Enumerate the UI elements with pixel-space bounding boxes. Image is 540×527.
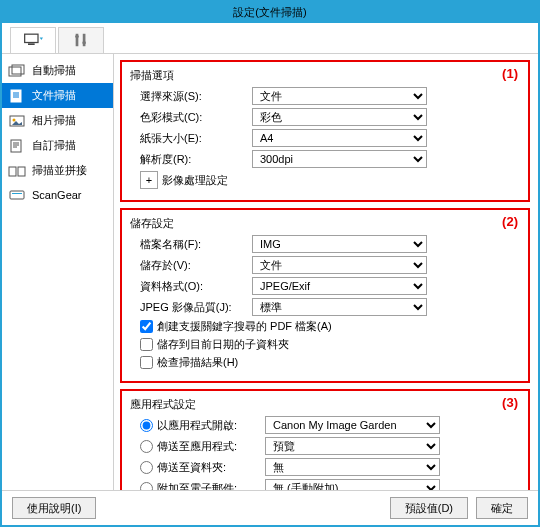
photo-icon <box>8 114 26 128</box>
svg-rect-6 <box>9 67 21 76</box>
radio-send-app[interactable] <box>140 440 153 453</box>
select-source[interactable]: 文件 <box>252 87 427 105</box>
label-saveto: 儲存於(V): <box>130 258 252 273</box>
section-number: (3) <box>502 395 518 410</box>
sidebar-item-photo[interactable]: 相片掃描 <box>2 108 113 133</box>
sidebar-label: 自動掃描 <box>32 63 76 78</box>
checkbox-review[interactable] <box>140 356 153 369</box>
top-tabs <box>2 23 538 54</box>
radio-email[interactable] <box>140 482 153 491</box>
label-color: 色彩模式(C): <box>130 110 252 125</box>
select-saveto[interactable]: 文件 <box>252 256 427 274</box>
label-resolution: 解析度(R): <box>130 152 252 167</box>
svg-rect-8 <box>11 90 21 102</box>
select-filename[interactable]: IMG <box>252 235 427 253</box>
select-format[interactable]: JPEG/Exif <box>252 277 427 295</box>
sidebar-label: ScanGear <box>32 189 82 201</box>
label-send-app: 傳送至應用程式: <box>157 439 265 454</box>
window-title: 設定(文件掃描) <box>2 2 538 23</box>
svg-point-13 <box>13 118 16 121</box>
svg-rect-7 <box>12 65 24 74</box>
label-imgproc: 影像處理設定 <box>162 173 228 188</box>
sidebar-label: 文件掃描 <box>32 88 76 103</box>
section-number: (1) <box>502 66 518 81</box>
tab-scan-to-pc[interactable] <box>10 27 56 53</box>
label-open-app: 以應用程式開啟: <box>157 418 265 433</box>
select-send-folder[interactable]: 無 <box>265 458 440 476</box>
sidebar-label: 自訂掃描 <box>32 138 76 153</box>
checkbox-subfolder[interactable] <box>140 338 153 351</box>
section-header: 儲存設定 <box>130 216 520 231</box>
tools-icon <box>71 32 91 50</box>
sidebar-label: 掃描並拼接 <box>32 163 87 178</box>
section-number: (2) <box>502 214 518 229</box>
help-button[interactable]: 使用說明(I) <box>12 497 96 519</box>
svg-rect-17 <box>10 191 24 199</box>
section-scan-options: (1) 掃描選項 選擇來源(S):文件 色彩模式(C):彩色 紙張大小(E):A… <box>120 60 530 202</box>
svg-rect-18 <box>12 193 22 194</box>
svg-point-4 <box>75 34 79 38</box>
defaults-button[interactable]: 預設值(D) <box>390 497 468 519</box>
sidebar: 自動掃描 文件掃描 相片掃描 自訂掃描 掃描並拼接 ScanGear <box>2 54 114 490</box>
section-header: 掃描選項 <box>130 68 520 83</box>
auto-icon <box>8 64 26 78</box>
radio-send-folder[interactable] <box>140 461 153 474</box>
expand-button[interactable]: + <box>140 171 158 189</box>
select-resolution[interactable]: 300dpi <box>252 150 427 168</box>
label-filename: 檔案名稱(F): <box>130 237 252 252</box>
select-email[interactable]: 無 (手動附加) <box>265 479 440 490</box>
label-email: 附加至電子郵件: <box>157 481 265 491</box>
label-subfolder: 儲存到目前日期的子資料夾 <box>157 337 289 352</box>
label-review: 檢查掃描結果(H) <box>157 355 238 370</box>
svg-rect-1 <box>28 43 35 45</box>
select-quality[interactable]: 標準 <box>252 298 427 316</box>
section-header: 應用程式設定 <box>130 397 520 412</box>
select-open-app[interactable]: Canon My Image Garden <box>265 416 440 434</box>
tab-settings[interactable] <box>58 27 104 53</box>
sidebar-item-document[interactable]: 文件掃描 <box>2 83 113 108</box>
checkbox-pdf-keyword[interactable] <box>140 320 153 333</box>
label-paper: 紙張大小(E): <box>130 131 252 146</box>
label-quality: JPEG 影像品質(J): <box>130 300 252 315</box>
sidebar-item-stitch[interactable]: 掃描並拼接 <box>2 158 113 183</box>
section-save-settings: (2) 儲存設定 檔案名稱(F):IMG 儲存於(V):文件 資料格式(O):J… <box>120 208 530 383</box>
svg-rect-14 <box>11 140 21 152</box>
stitch-icon <box>8 164 26 178</box>
svg-rect-16 <box>18 167 25 176</box>
footer: 使用說明(I) 預設值(D) 確定 <box>2 490 538 525</box>
scangear-icon <box>8 188 26 202</box>
ok-button[interactable]: 確定 <box>476 497 528 519</box>
document-icon <box>8 89 26 103</box>
select-send-app[interactable]: 預覽 <box>265 437 440 455</box>
svg-rect-0 <box>25 34 38 42</box>
section-app-settings: (3) 應用程式設定 以應用程式開啟:Canon My Image Garden… <box>120 389 530 490</box>
sidebar-item-custom[interactable]: 自訂掃描 <box>2 133 113 158</box>
label-send-folder: 傳送至資料夾: <box>157 460 265 475</box>
sidebar-item-scangear[interactable]: ScanGear <box>2 183 113 207</box>
svg-rect-15 <box>9 167 16 176</box>
sidebar-label: 相片掃描 <box>32 113 76 128</box>
select-color[interactable]: 彩色 <box>252 108 427 126</box>
select-paper[interactable]: A4 <box>252 129 427 147</box>
label-source: 選擇來源(S): <box>130 89 252 104</box>
radio-open-app[interactable] <box>140 419 153 432</box>
sidebar-item-auto[interactable]: 自動掃描 <box>2 58 113 83</box>
custom-icon <box>8 139 26 153</box>
svg-point-5 <box>82 40 86 44</box>
label-pdf-keyword: 創建支援關鍵字搜尋的 PDF 檔案(A) <box>157 319 332 334</box>
label-format: 資料格式(O): <box>130 279 252 294</box>
monitor-icon <box>23 32 43 50</box>
